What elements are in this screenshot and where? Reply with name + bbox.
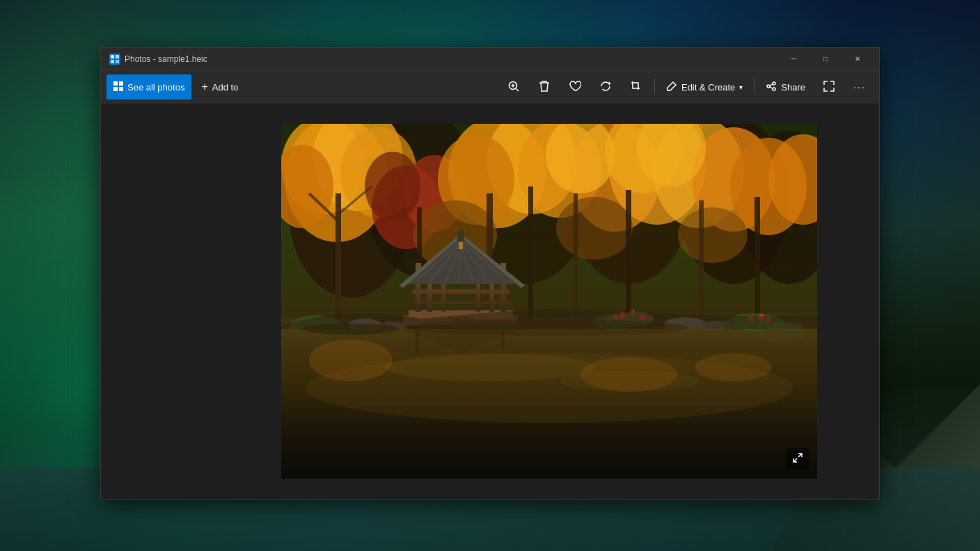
add-icon: + <box>201 81 207 93</box>
edit-create-group: Edit & Create ▾ <box>659 74 750 99</box>
autumn-photo <box>281 124 817 479</box>
svg-point-44 <box>556 197 633 259</box>
toolbar-center-icons <box>500 74 650 99</box>
svg-rect-52 <box>699 200 704 326</box>
svg-point-29 <box>365 152 420 221</box>
expand-icon <box>792 452 803 466</box>
svg-rect-4 <box>116 60 119 63</box>
fit-window-button[interactable] <box>815 74 843 99</box>
svg-point-68 <box>386 353 594 381</box>
crop-button[interactable] <box>622 74 650 99</box>
svg-point-71 <box>580 357 678 392</box>
chevron-down-icon: ▾ <box>739 83 743 91</box>
svg-line-10 <box>516 88 519 91</box>
toolbar-divider-2 <box>754 79 754 95</box>
share-label: Share <box>781 82 805 93</box>
fit-icon <box>823 81 835 94</box>
maximize-button[interactable]: □ <box>809 48 841 70</box>
svg-rect-2 <box>116 55 119 58</box>
svg-rect-50 <box>574 193 578 326</box>
svg-rect-8 <box>119 87 123 91</box>
svg-rect-96 <box>457 230 464 241</box>
svg-line-13 <box>770 83 773 86</box>
svg-rect-3 <box>111 60 114 63</box>
see-all-photos-label: See all photos <box>127 82 184 93</box>
minimize-button[interactable]: ─ <box>777 48 809 70</box>
zoom-button[interactable] <box>500 74 528 99</box>
svg-point-72 <box>695 353 772 381</box>
title-bar-left: Photos - sample1.heic <box>109 54 207 65</box>
photo-area[interactable] <box>219 104 879 499</box>
window-title: Photos - sample1.heic <box>125 54 207 64</box>
add-to-button[interactable]: + Add to <box>194 74 245 99</box>
photos-grid-icon <box>113 81 123 93</box>
expand-fullscreen-button[interactable] <box>787 448 809 470</box>
title-bar: Photos - sample1.heic ─ □ ✕ <box>101 48 879 70</box>
add-to-label: Add to <box>212 82 239 93</box>
svg-line-14 <box>770 86 773 88</box>
svg-point-70 <box>309 340 393 381</box>
see-all-photos-button[interactable]: See all photos <box>106 74 191 99</box>
svg-rect-85 <box>412 301 509 304</box>
close-button[interactable]: ✕ <box>841 48 874 70</box>
svg-rect-53 <box>754 197 760 326</box>
share-button[interactable]: Share <box>759 74 812 99</box>
svg-rect-99 <box>416 329 420 353</box>
toolbar-divider-1 <box>654 79 655 95</box>
svg-rect-5 <box>113 81 118 86</box>
toolbar: See all photos + Add to <box>101 70 879 104</box>
photos-window: Photos - sample1.heic ─ □ ✕ <box>100 47 880 500</box>
photo-container <box>281 124 817 479</box>
svg-rect-97 <box>459 242 463 249</box>
svg-rect-7 <box>113 87 118 91</box>
svg-rect-84 <box>412 289 509 294</box>
svg-point-45 <box>678 207 748 263</box>
rotate-button[interactable] <box>592 74 619 99</box>
favorite-button[interactable] <box>561 74 589 99</box>
edit-create-label: Edit & Create <box>681 82 735 93</box>
zoom-icon <box>507 80 520 95</box>
rotate-icon <box>599 80 612 95</box>
app-icon <box>109 54 120 65</box>
delete-button[interactable] <box>530 74 558 99</box>
more-icon: ··· <box>853 81 866 93</box>
share-icon <box>766 81 777 94</box>
crop-icon <box>630 80 642 95</box>
sidebar-panel <box>101 104 219 499</box>
main-content <box>101 104 879 499</box>
more-options-button[interactable]: ··· <box>846 74 874 99</box>
heart-icon <box>569 81 581 94</box>
delete-icon <box>539 80 550 95</box>
svg-rect-6 <box>119 81 123 86</box>
edit-create-button[interactable]: Edit & Create ▾ <box>659 74 750 99</box>
svg-rect-1 <box>111 55 114 58</box>
window-controls: ─ □ ✕ <box>777 48 874 70</box>
edit-icon <box>666 81 677 94</box>
svg-rect-51 <box>626 190 631 326</box>
